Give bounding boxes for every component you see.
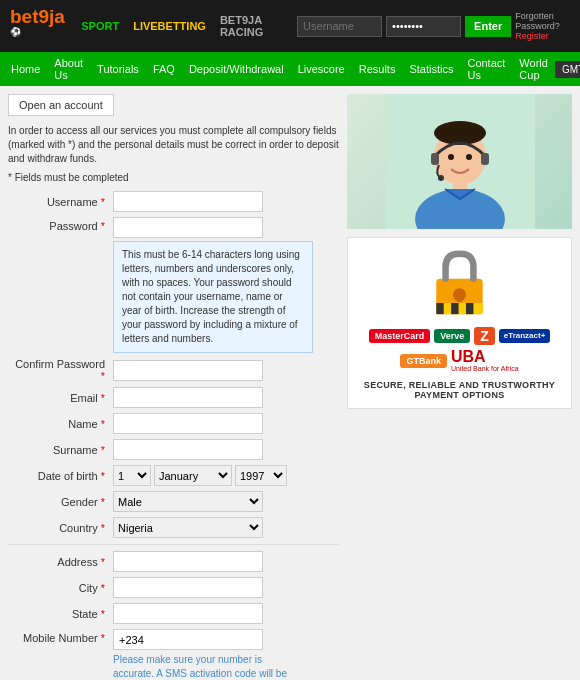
main-content: Open an account In order to access all o…	[0, 86, 580, 680]
city-label: City *	[8, 582, 113, 594]
confirm-password-label: Confirm Password *	[8, 358, 113, 382]
payment-box: MasterCard Verve Z eTranzact+ GTBank UBA…	[347, 237, 572, 409]
enter-button[interactable]: Enter	[465, 16, 511, 37]
nav-results[interactable]: Results	[352, 58, 403, 80]
logo: bet9ja⚽	[10, 7, 69, 45]
address-label: Address *	[8, 556, 113, 568]
dob-day-select[interactable]: 123	[113, 465, 151, 486]
surname-field[interactable]	[113, 439, 263, 460]
nav-tutorials[interactable]: Tutorials	[90, 58, 146, 80]
open-account-button[interactable]: Open an account	[8, 94, 114, 116]
gender-select[interactable]: MaleFemale	[113, 491, 263, 512]
city-row: City *	[8, 577, 339, 598]
country-row: Country * Nigeria	[8, 517, 339, 538]
mobile-label: Mobile Number *	[8, 629, 113, 644]
livebetting-link[interactable]: LIVEBETTING	[133, 20, 206, 32]
country-label: Country *	[8, 522, 113, 534]
top-nav: SPORT LIVEBETTING BET9JA RACING	[81, 14, 285, 38]
svg-point-8	[448, 154, 454, 160]
nav-worldcup[interactable]: World Cup	[512, 52, 555, 86]
etranzact-logo: eTranzact+	[499, 329, 551, 343]
svg-rect-6	[481, 153, 489, 165]
email-field[interactable]	[113, 387, 263, 408]
verve-logo: Verve	[434, 329, 470, 343]
forgot-register-area: Forgotten Password? Register	[515, 11, 570, 41]
svg-point-7	[438, 175, 444, 181]
nav-contact[interactable]: Contact Us	[460, 52, 512, 86]
email-row: Email *	[8, 387, 339, 408]
login-area: Enter Forgotten Password? Register	[297, 11, 570, 41]
racing-link[interactable]: BET9JA RACING	[220, 14, 285, 38]
username-input[interactable]	[297, 16, 382, 37]
form-area: Open an account In order to access all o…	[8, 94, 339, 680]
name-label: Name *	[8, 418, 113, 430]
mobile-field-group: Please make sure your number is accurate…	[113, 629, 293, 680]
header: bet9ja⚽ SPORT LIVEBETTING BET9JA RACING …	[0, 0, 580, 52]
svg-rect-15	[451, 303, 458, 314]
dob-label: Date of birth *	[8, 470, 113, 482]
register-link[interactable]: Register	[515, 31, 570, 41]
z-logo: Z	[474, 327, 495, 345]
mobile-hint: Please make sure your number is accurate…	[113, 653, 293, 680]
lock-icon	[427, 246, 492, 321]
forgot-link[interactable]: Forgotten Password?	[515, 11, 570, 31]
svg-rect-12	[457, 295, 463, 302]
password-field[interactable]	[113, 217, 263, 238]
sport-link[interactable]: SPORT	[81, 20, 119, 32]
state-field[interactable]	[113, 603, 263, 624]
svg-rect-5	[431, 153, 439, 165]
divider-1	[8, 544, 339, 545]
required-note: * Fields must be completed	[8, 172, 339, 183]
svg-rect-16	[466, 303, 473, 314]
address-field[interactable]	[113, 551, 263, 572]
username-row: Username *	[8, 191, 339, 212]
address-row: Address *	[8, 551, 339, 572]
nav-statistics[interactable]: Statistics	[402, 58, 460, 80]
nav-about[interactable]: About Us	[47, 52, 90, 86]
mobile-field[interactable]	[113, 629, 263, 650]
uba-logo: UBA United Bank for Africa	[451, 349, 519, 372]
payment-logos: MasterCard Verve Z eTranzact+ GTBank UBA…	[356, 327, 563, 372]
password-input[interactable]	[386, 16, 461, 37]
nav-deposit[interactable]: Deposit/Withdrawal	[182, 58, 291, 80]
country-select[interactable]: Nigeria	[113, 517, 263, 538]
agent-image	[347, 94, 572, 229]
password-field-group: This must be 6-14 characters long using …	[113, 217, 339, 353]
mobile-row: Mobile Number * Please make sure your nu…	[8, 629, 339, 680]
confirm-password-field[interactable]	[113, 360, 263, 381]
surname-row: Surname *	[8, 439, 339, 460]
name-row: Name *	[8, 413, 339, 434]
dob-selects: 123 JanuaryFebruaryMarch 199719961995	[113, 465, 287, 486]
surname-label: Surname *	[8, 444, 113, 456]
gender-row: Gender * MaleFemale	[8, 491, 339, 512]
payment-text: SECURE, RELIABLE AND TRUSTWORTHY PAYMENT…	[356, 380, 563, 400]
password-label: Password *	[8, 217, 113, 232]
confirm-password-row: Confirm Password *	[8, 358, 339, 382]
svg-rect-14	[436, 303, 443, 314]
form-intro: In order to access all our services you …	[8, 124, 339, 166]
agent-svg	[385, 94, 535, 229]
state-label: State *	[8, 608, 113, 620]
password-row: Password * This must be 6-14 characters …	[8, 217, 339, 353]
dob-month-select[interactable]: JanuaryFebruaryMarch	[154, 465, 232, 486]
sidebar: MasterCard Verve Z eTranzact+ GTBank UBA…	[347, 94, 572, 680]
nav-home[interactable]: Home	[4, 58, 47, 80]
nav-faq[interactable]: FAQ	[146, 58, 182, 80]
nav-livescore[interactable]: Livescore	[291, 58, 352, 80]
dob-row: Date of birth * 123 JanuaryFebruaryMarch…	[8, 465, 339, 486]
svg-point-4	[434, 121, 486, 145]
state-row: State *	[8, 603, 339, 624]
gtbank-logo: GTBank	[400, 354, 447, 368]
svg-point-9	[466, 154, 472, 160]
password-hint: This must be 6-14 characters long using …	[113, 241, 313, 353]
gmt-badge: GMT+01:00	[555, 61, 580, 78]
username-field[interactable]	[113, 191, 263, 212]
email-label: Email *	[8, 392, 113, 404]
name-field[interactable]	[113, 413, 263, 434]
gender-label: Gender *	[8, 496, 113, 508]
lock-area	[356, 246, 563, 321]
dob-year-select[interactable]: 199719961995	[235, 465, 287, 486]
city-field[interactable]	[113, 577, 263, 598]
nav-bar: Home About Us Tutorials FAQ Deposit/With…	[0, 52, 580, 86]
username-label: Username *	[8, 196, 113, 208]
